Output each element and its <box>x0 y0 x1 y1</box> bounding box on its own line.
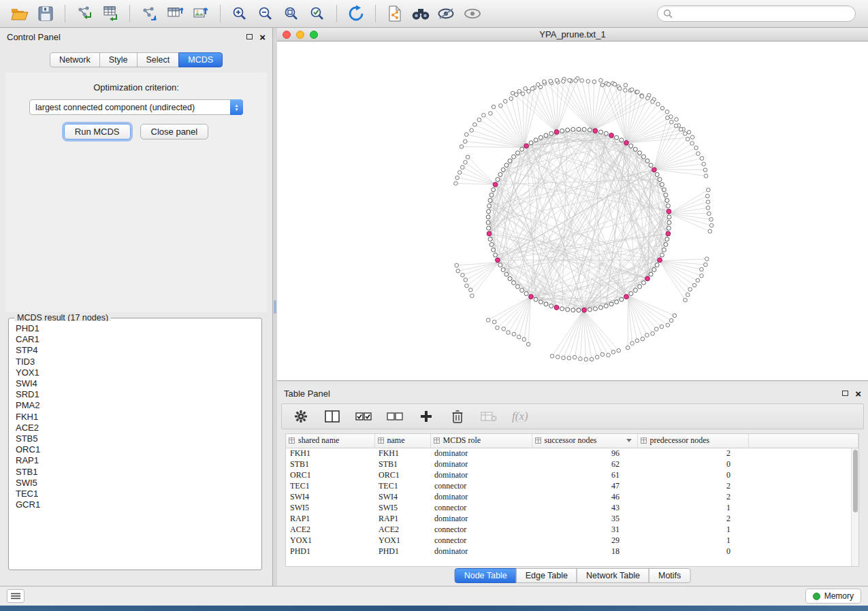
tab-network-table[interactable]: Network Table <box>577 568 649 583</box>
cell-filler <box>748 491 858 502</box>
table-row[interactable]: ACE2ACE2connector311 <box>286 524 858 535</box>
search-box[interactable] <box>657 5 856 22</box>
network-node <box>645 159 649 163</box>
table-row[interactable]: ORC1ORC1dominator610 <box>286 469 858 480</box>
add-column-button[interactable] <box>418 408 434 425</box>
mcds-result-item[interactable]: TEC1 <box>16 489 255 499</box>
save-session-button[interactable] <box>33 3 59 24</box>
satellite-node <box>704 263 708 267</box>
new-network-button[interactable] <box>136 3 162 24</box>
cell-shared-name: PHD1 <box>286 546 374 557</box>
cell-mcds-role: dominator <box>430 546 532 557</box>
mcds-result-item[interactable]: ORC1 <box>16 444 255 455</box>
status-menu-button[interactable] <box>7 589 25 603</box>
table-row[interactable]: FKH1FKH1dominator962 <box>286 448 858 459</box>
table-settings-button[interactable] <box>293 408 309 425</box>
close-panel-icon[interactable]: × <box>855 389 861 399</box>
table-row[interactable]: SWI5SWI5connector431 <box>286 502 858 513</box>
sort-caret-icon[interactable] <box>626 439 632 442</box>
cell-predecessor-nodes: 2 <box>637 513 748 524</box>
mcds-result-item[interactable]: ACE2 <box>16 423 255 433</box>
splitter-grip-icon[interactable] <box>274 300 276 314</box>
run-mcds-button[interactable]: Run MCDS <box>64 124 131 139</box>
show-hide-button[interactable] <box>460 3 485 24</box>
export-image-button[interactable] <box>188 3 214 24</box>
zoom-fit-button[interactable] <box>278 3 304 24</box>
select-all-columns-button[interactable] <box>355 408 372 425</box>
tab-node-table[interactable]: Node Table <box>455 568 517 583</box>
dropdown-stepper-icon[interactable]: ▲▼ <box>230 99 243 115</box>
mcds-result-item[interactable]: TID3 <box>16 357 255 367</box>
network-node <box>544 133 548 137</box>
satellite-node <box>666 323 670 327</box>
refresh-view-button[interactable] <box>343 3 369 24</box>
zoom-in-button[interactable] <box>227 3 253 24</box>
mcds-dominator-node <box>658 258 662 263</box>
import-network-icon <box>76 5 93 22</box>
mcds-result-item[interactable]: PHD1 <box>16 323 255 334</box>
column-header-mcds-role[interactable]: MCDS role <box>430 434 532 448</box>
mcds-result-item[interactable]: YOX1 <box>16 367 255 378</box>
import-table-button[interactable] <box>97 3 123 24</box>
mcds-result-item[interactable]: GCR1 <box>16 499 255 510</box>
tab-network[interactable]: Network <box>50 52 100 67</box>
find-button[interactable] <box>408 3 434 24</box>
mcds-result-item[interactable]: CAR1 <box>16 334 255 345</box>
table-row[interactable]: SWI4SWI4dominator462 <box>286 491 858 502</box>
tab-motifs[interactable]: Motifs <box>649 568 690 583</box>
mcds-result-item[interactable]: SWI5 <box>16 478 255 489</box>
network-window-titlebar[interactable]: YPA_prune.txt_1 <box>277 28 868 42</box>
table-row[interactable]: YOX1YOX1connector291 <box>286 535 858 546</box>
new-table-button[interactable] <box>162 3 188 24</box>
close-panel-button[interactable]: Close panel <box>140 124 209 139</box>
float-panel-icon[interactable] <box>246 34 253 39</box>
scrollbar-thumb[interactable] <box>853 450 858 512</box>
mcds-result-item[interactable]: FKH1 <box>16 412 255 423</box>
mcds-result-item[interactable]: STB1 <box>16 467 255 478</box>
optimization-criterion-dropdown[interactable]: largest connected component (undirected)… <box>29 99 243 115</box>
network-graph[interactable] <box>277 42 868 381</box>
network-node <box>489 242 494 246</box>
network-annotation-button[interactable] <box>382 3 408 24</box>
open-file-button[interactable] <box>7 3 33 24</box>
network-window-title: YPA_prune.txt_1 <box>277 29 868 39</box>
search-input[interactable] <box>676 9 850 18</box>
table-panel-titlebar: Table Panel × <box>277 384 868 402</box>
tab-mcds[interactable]: MCDS <box>178 52 223 67</box>
memory-button[interactable]: Memory <box>805 589 861 604</box>
tab-style[interactable]: Style <box>99 52 138 67</box>
mcds-result-item[interactable]: STP4 <box>16 345 255 356</box>
import-network-button[interactable] <box>71 3 97 24</box>
cell-mcds-role: connector <box>430 502 532 513</box>
mcds-result-item[interactable]: RAP1 <box>16 455 255 466</box>
column-header-shared-name[interactable]: shared name <box>286 434 374 448</box>
cell-name: TEC1 <box>374 480 430 491</box>
column-header-predecessor-nodes[interactable]: predecessor nodes <box>637 434 748 448</box>
mcds-result-item[interactable]: SRD1 <box>16 389 255 400</box>
table-row[interactable]: STB1STB1dominator620 <box>286 459 858 469</box>
table-row[interactable]: PHD1PHD1dominator180 <box>286 546 858 557</box>
mcds-result-item[interactable]: PMA2 <box>16 400 255 411</box>
delete-column-button[interactable] <box>449 408 466 425</box>
mcds-result-item[interactable]: SWI4 <box>16 378 255 389</box>
column-header-name[interactable]: name <box>374 434 430 448</box>
table-row[interactable]: TEC1TEC1connector472 <box>286 480 858 491</box>
network-canvas[interactable] <box>277 42 868 380</box>
float-panel-icon[interactable] <box>842 391 848 396</box>
mcds-result-item[interactable]: STB5 <box>16 433 255 444</box>
column-header-successor-nodes[interactable]: successor nodes <box>532 434 637 448</box>
satellite-node <box>595 355 599 359</box>
close-panel-icon[interactable]: × <box>259 32 266 42</box>
network-node <box>566 128 570 132</box>
zoom-selected-button[interactable] <box>304 3 330 24</box>
zoom-out-button[interactable] <box>253 3 278 24</box>
tab-edge-table[interactable]: Edge Table <box>516 568 577 583</box>
style-preview-button[interactable] <box>434 3 460 24</box>
table-scrollbar[interactable] <box>851 448 858 566</box>
show-columns-button[interactable] <box>324 408 340 425</box>
table-row[interactable]: RAP1RAP1dominator352 <box>286 513 858 524</box>
table-tabbar: Node Table Edge Table Network Table Moti… <box>455 568 691 583</box>
tab-select[interactable]: Select <box>137 52 180 67</box>
deselect-all-columns-button[interactable] <box>387 408 403 425</box>
document-share-icon <box>387 5 402 22</box>
